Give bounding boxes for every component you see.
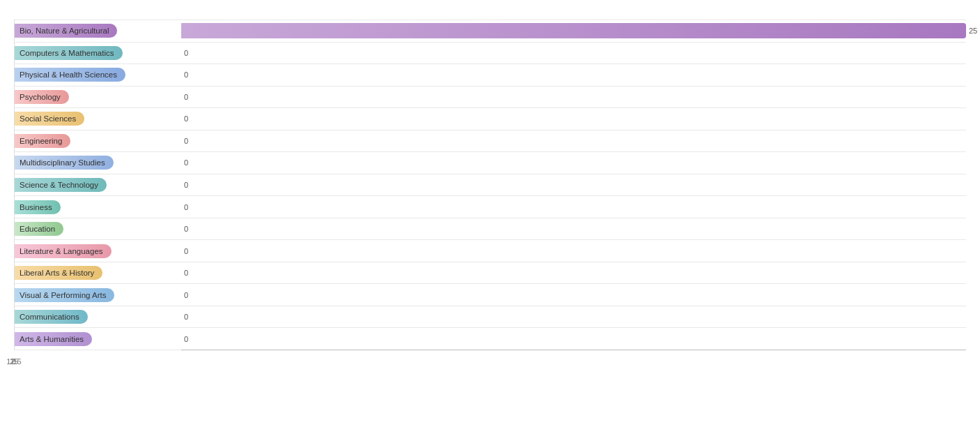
bar-label: Arts & Humanities xyxy=(14,328,181,350)
bar-value: 0 xyxy=(184,203,188,211)
chart-container: Bio, Nature & Agricultural25Computers & … xyxy=(0,0,980,441)
bar-label: Communications xyxy=(14,306,181,328)
bar-row: Multidisciplinary Studies0 xyxy=(14,152,966,174)
bar-row: Arts & Humanities0 xyxy=(14,328,966,350)
bar-label: Science & Technology xyxy=(14,174,181,196)
bar-row: Science & Technology0 xyxy=(14,174,966,197)
bar-label: Multidisciplinary Studies xyxy=(14,152,181,174)
bar-row: Physical & Health Sciences0 xyxy=(14,64,966,87)
bar-track: 0 xyxy=(181,152,966,174)
bar-track: 0 xyxy=(181,328,966,350)
bar-row: Psychology0 xyxy=(14,87,966,109)
bar-value: 0 xyxy=(184,313,188,321)
bar-track: 0 xyxy=(181,240,966,262)
bar-value: 0 xyxy=(184,247,188,255)
bar-row: Business0 xyxy=(14,196,966,218)
bar-track: 0 xyxy=(181,87,966,108)
bars-section: Bio, Nature & Agricultural25Computers & … xyxy=(14,20,966,350)
bar-label: Psychology xyxy=(14,87,181,108)
bar-track: 0 xyxy=(181,196,966,218)
bar-value: 0 xyxy=(184,137,188,145)
bar-value: 0 xyxy=(184,93,188,101)
bar-value: 0 xyxy=(184,335,188,343)
grid-label: 25 xyxy=(10,357,18,366)
bar-label: Bio, Nature & Agricultural xyxy=(14,20,181,42)
x-axis-line xyxy=(181,350,966,350)
bar-value: 0 xyxy=(184,70,188,79)
bar-value: 0 xyxy=(184,291,188,299)
bar-fill xyxy=(181,23,966,38)
bar-value: 0 xyxy=(184,269,188,277)
bar-label: Social Sciences xyxy=(14,108,181,130)
bar-track: 0 xyxy=(181,130,966,152)
bar-row: Literature & Languages0 xyxy=(14,240,966,262)
bar-label: Physical & Health Sciences xyxy=(14,64,181,86)
bar-label: Engineering xyxy=(14,130,181,152)
bar-value: 25 xyxy=(969,27,977,35)
bar-row: Social Sciences0 xyxy=(14,108,966,130)
bar-value: 0 xyxy=(184,225,188,233)
bar-label: Business xyxy=(14,196,181,218)
bar-value: 0 xyxy=(184,181,188,189)
bar-label: Computers & Mathematics xyxy=(14,43,181,64)
bar-track: 0 xyxy=(181,218,966,240)
bar-track: 0 xyxy=(181,64,966,86)
bar-track: 0 xyxy=(181,284,966,306)
bar-row: Visual & Performing Arts0 xyxy=(14,284,966,306)
grid-line xyxy=(14,20,15,350)
bar-row: Liberal Arts & History0 xyxy=(14,262,966,285)
bar-value: 0 xyxy=(184,49,188,57)
bar-label: Education xyxy=(14,218,181,240)
bar-row: Engineering0 xyxy=(14,130,966,153)
bar-value: 0 xyxy=(184,158,188,167)
bar-label: Liberal Arts & History xyxy=(14,262,181,284)
bar-row: Bio, Nature & Agricultural25 xyxy=(14,20,966,43)
bar-track: 0 xyxy=(181,262,966,284)
bar-track: 0 xyxy=(181,174,966,196)
bar-label: Visual & Performing Arts xyxy=(14,284,181,306)
bar-row: Computers & Mathematics0 xyxy=(14,43,966,65)
bar-track: 25 xyxy=(181,20,966,42)
bar-row: Communications0 xyxy=(14,306,966,329)
chart-area: Bio, Nature & Agricultural25Computers & … xyxy=(14,20,966,371)
bar-row: Education0 xyxy=(14,218,966,241)
bar-track: 0 xyxy=(181,108,966,130)
bar-track: 0 xyxy=(181,43,966,64)
bar-value: 0 xyxy=(184,114,188,123)
bar-track: 0 xyxy=(181,306,966,328)
bar-label: Literature & Languages xyxy=(14,240,181,262)
